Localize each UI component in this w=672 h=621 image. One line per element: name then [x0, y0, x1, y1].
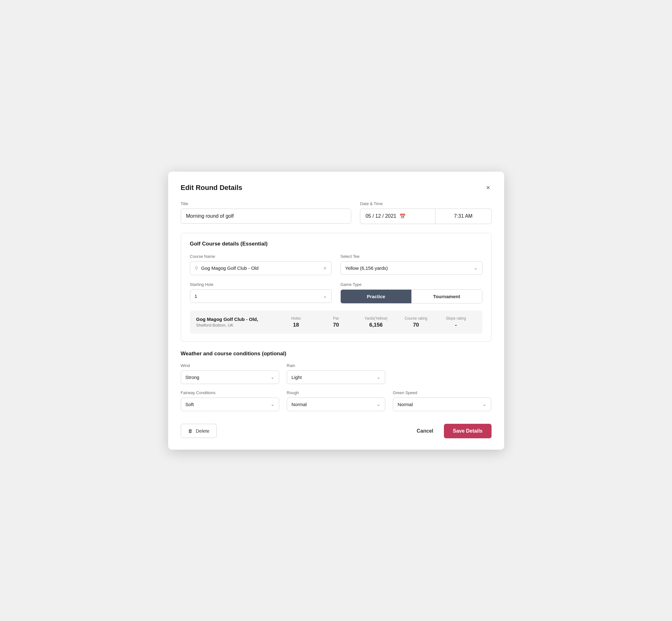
rain-field: Rain Light ⌄: [287, 363, 385, 384]
select-tee-dropdown[interactable]: Yellow (6,156 yards) ⌄: [340, 261, 482, 275]
delete-label: Delete: [196, 428, 209, 433]
rough-field: Rough Normal ⌄: [287, 390, 385, 411]
select-tee-value: Yellow (6,156 yards): [345, 265, 388, 271]
select-tee-group: Select Tee Yellow (6,156 yards) ⌄: [340, 254, 482, 275]
cancel-button[interactable]: Cancel: [414, 424, 436, 438]
green-speed-value: Normal: [397, 402, 413, 407]
golf-course-title: Golf Course details (Essential): [190, 241, 482, 247]
yards-stat: Yards(Yellow) 6,156: [356, 316, 396, 328]
footer-right: Cancel Save Details: [414, 424, 492, 438]
green-speed-field: Green Speed Normal ⌄: [393, 390, 491, 411]
green-speed-dropdown[interactable]: Normal ⌄: [393, 398, 491, 411]
select-tee-label: Select Tee: [340, 254, 482, 259]
fairway-rough-green-row: Fairway Conditions Soft ⌄ Rough Normal ⌄…: [181, 390, 492, 411]
search-icon: ⚲: [195, 265, 198, 271]
holes-label: Holes: [276, 316, 316, 321]
rough-label: Rough: [287, 390, 385, 395]
weather-title: Weather and course conditions (optional): [181, 350, 492, 357]
datetime-field-group: Date & Time 05 / 12 / 2021 📅 7:31 AM: [360, 201, 491, 224]
clear-icon[interactable]: ✕: [323, 266, 327, 271]
rain-dropdown[interactable]: Light ⌄: [287, 370, 385, 384]
course-info-location: Shelford Bottom, UK: [196, 323, 276, 328]
title-field-group: Title: [181, 201, 351, 224]
calendar-icon: 📅: [400, 213, 406, 219]
par-label: Par: [316, 316, 356, 321]
practice-toggle-button[interactable]: Practice: [341, 290, 411, 303]
slope-rating-value: -: [436, 322, 476, 328]
green-speed-label: Green Speed: [393, 390, 491, 395]
chevron-down-icon-wind: ⌄: [271, 375, 275, 380]
edit-round-modal: Edit Round Details × Title Date & Time 0…: [168, 172, 504, 450]
chevron-down-icon-rain: ⌄: [377, 375, 380, 380]
wind-label: Wind: [181, 363, 279, 368]
close-button[interactable]: ×: [485, 183, 492, 193]
course-rating-stat: Course rating 70: [396, 316, 436, 328]
fairway-dropdown[interactable]: Soft ⌄: [181, 398, 279, 411]
rain-label: Rain: [287, 363, 385, 368]
modal-footer: 🗑 Delete Cancel Save Details: [181, 421, 492, 438]
course-name-group: Course Name ⚲ ✕: [190, 254, 332, 275]
chevron-down-icon-green: ⌄: [483, 402, 487, 407]
yards-label: Yards(Yellow): [356, 316, 396, 321]
course-name-input-wrap[interactable]: ⚲ ✕: [190, 261, 332, 275]
golf-course-section: Golf Course details (Essential) Course N…: [181, 233, 492, 342]
chevron-down-icon-hole: ⌄: [323, 293, 327, 298]
starting-hole-group: Starting Hole 1 ⌄: [190, 282, 332, 303]
date-field[interactable]: 05 / 12 / 2021 📅: [360, 209, 435, 224]
slope-rating-stat: Slope rating -: [436, 316, 476, 328]
save-details-button[interactable]: Save Details: [444, 424, 491, 438]
course-tee-row: Course Name ⚲ ✕ Select Tee Yellow (6,156…: [190, 254, 482, 275]
date-value: 05 / 12 / 2021: [365, 213, 396, 219]
hole-gametype-row: Starting Hole 1 ⌄ Game Type Practice Tou…: [190, 282, 482, 303]
trash-icon: 🗑: [188, 428, 193, 433]
par-value: 70: [316, 322, 356, 328]
tournament-toggle-button[interactable]: Tournament: [411, 290, 482, 303]
time-field[interactable]: 7:31 AM: [435, 209, 491, 224]
starting-hole-value: 1: [195, 293, 197, 299]
time-value: 7:31 AM: [454, 213, 473, 219]
wind-value: Strong: [185, 375, 199, 380]
datetime-label: Date & Time: [360, 201, 491, 206]
yards-value: 6,156: [356, 322, 396, 328]
starting-hole-label: Starting Hole: [190, 282, 332, 287]
course-name-label: Course Name: [190, 254, 332, 259]
holes-stat: Holes 18: [276, 316, 316, 328]
title-input[interactable]: [181, 209, 351, 224]
slope-rating-label: Slope rating: [436, 316, 476, 321]
rough-dropdown[interactable]: Normal ⌄: [287, 398, 385, 411]
course-info-name: Gog Magog Golf Club - Old, Shelford Bott…: [196, 317, 276, 328]
wind-rain-row: Wind Strong ⌄ Rain Light ⌄: [181, 363, 492, 384]
rain-value: Light: [292, 375, 302, 380]
delete-button[interactable]: 🗑 Delete: [181, 424, 217, 438]
course-rating-label: Course rating: [396, 316, 436, 321]
chevron-down-icon-fairway: ⌄: [271, 402, 275, 407]
modal-header: Edit Round Details ×: [181, 183, 492, 193]
chevron-down-icon-rough: ⌄: [377, 402, 380, 407]
game-type-toggle: Practice Tournament: [340, 289, 482, 303]
course-info-row: Gog Magog Golf Club - Old, Shelford Bott…: [190, 310, 482, 334]
rough-value: Normal: [292, 402, 307, 407]
top-row: Title Date & Time 05 / 12 / 2021 📅 7:31 …: [181, 201, 492, 224]
game-type-group: Game Type Practice Tournament: [340, 282, 482, 303]
datetime-fields: 05 / 12 / 2021 📅 7:31 AM: [360, 209, 491, 224]
fairway-value: Soft: [185, 402, 194, 407]
fairway-field: Fairway Conditions Soft ⌄: [181, 390, 279, 411]
holes-value: 18: [276, 322, 316, 328]
course-name-input[interactable]: [201, 265, 320, 271]
weather-section: Weather and course conditions (optional)…: [181, 350, 492, 411]
par-stat: Par 70: [316, 316, 356, 328]
fairway-label: Fairway Conditions: [181, 390, 279, 395]
wind-dropdown[interactable]: Strong ⌄: [181, 370, 279, 384]
chevron-down-icon: ⌄: [474, 265, 478, 271]
game-type-label: Game Type: [340, 282, 482, 287]
starting-hole-dropdown[interactable]: 1 ⌄: [190, 289, 332, 303]
title-label: Title: [181, 201, 351, 206]
course-rating-value: 70: [396, 322, 436, 328]
modal-title: Edit Round Details: [181, 184, 243, 192]
course-info-name-text: Gog Magog Golf Club - Old,: [196, 317, 276, 322]
wind-field: Wind Strong ⌄: [181, 363, 279, 384]
